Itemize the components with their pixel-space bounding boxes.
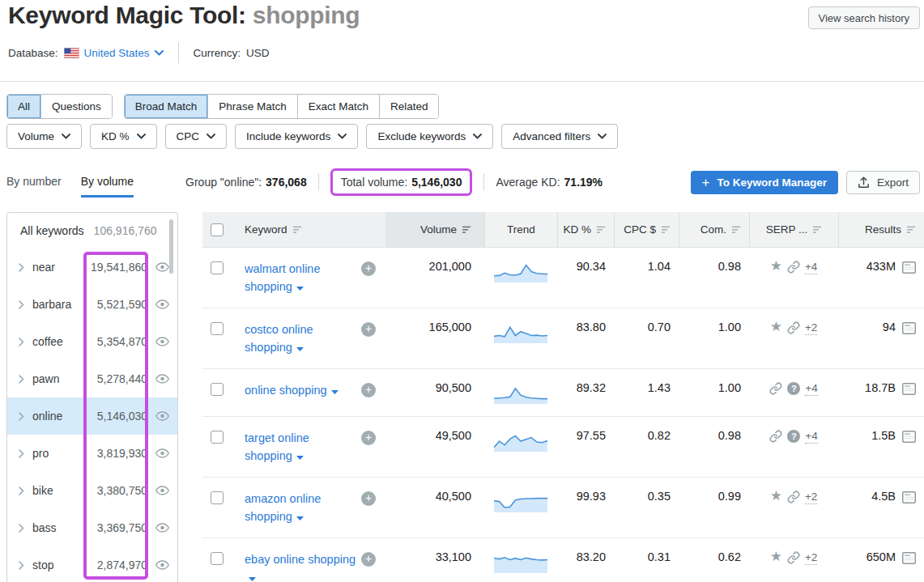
- star-icon[interactable]: ★: [770, 320, 782, 334]
- link-icon[interactable]: [787, 261, 800, 274]
- filter-dropdown[interactable]: Advanced filters: [501, 124, 618, 149]
- serp-source-icon[interactable]: [902, 383, 916, 397]
- to-keyword-manager-label: To Keyword Manager: [717, 176, 827, 189]
- chevron-right-icon[interactable]: [19, 524, 24, 533]
- chevron-right-icon[interactable]: [19, 561, 24, 570]
- star-icon[interactable]: ★: [770, 489, 782, 503]
- chevron-right-icon[interactable]: [19, 486, 24, 495]
- question-icon[interactable]: ?: [787, 430, 800, 443]
- match-type-tab[interactable]: Broad Match: [125, 95, 209, 118]
- chevron-right-icon[interactable]: [19, 300, 24, 309]
- row-checkbox[interactable]: [211, 261, 224, 274]
- row-checkbox[interactable]: [211, 322, 224, 335]
- sidebar-group-item[interactable]: pawn 5,278,440: [7, 360, 177, 397]
- serp-source-icon[interactable]: [902, 552, 916, 567]
- serp-more-link[interactable]: +4: [805, 261, 817, 274]
- sidebar-group-item[interactable]: near 19,541,860: [7, 249, 177, 286]
- match-type-tab[interactable]: Phrase Match: [208, 95, 297, 118]
- sidebar-group-item[interactable]: stop 2,874,970: [7, 546, 177, 582]
- match-type-tab[interactable]: Exact Match: [298, 95, 380, 118]
- serp-more-link[interactable]: +2: [805, 321, 817, 335]
- row-checkbox[interactable]: [211, 491, 224, 504]
- sidebar-group-item[interactable]: bike 3,380,750: [7, 472, 177, 509]
- match-type-tab[interactable]: Questions: [41, 95, 112, 118]
- match-type-tab[interactable]: Related: [380, 95, 439, 118]
- column-header-keyword[interactable]: Keyword: [232, 212, 385, 247]
- eye-icon[interactable]: [155, 448, 169, 458]
- link-icon[interactable]: [787, 321, 800, 334]
- eye-icon[interactable]: [155, 337, 169, 346]
- chevron-right-icon[interactable]: [19, 375, 24, 384]
- link-icon[interactable]: [769, 382, 782, 395]
- all-keywords-item[interactable]: All keywords 106,916,760: [7, 213, 177, 249]
- sidebar-group-item[interactable]: barbara 5,521,590: [7, 286, 177, 323]
- serp-more-link[interactable]: +2: [805, 551, 817, 565]
- serp-more-link[interactable]: +2: [805, 491, 817, 504]
- group-sort-tab[interactable]: By volume: [81, 167, 134, 198]
- serp-source-icon[interactable]: [902, 322, 916, 337]
- sidebar-group-item[interactable]: bass 3,369,750: [7, 509, 177, 546]
- group-volume: 5,354,870: [97, 335, 147, 348]
- serp-source-icon[interactable]: [902, 491, 916, 506]
- row-checkbox[interactable]: [211, 383, 224, 396]
- filter-dropdown[interactable]: Exclude keywords: [366, 124, 493, 149]
- eye-icon[interactable]: [155, 486, 169, 495]
- serp-more-link[interactable]: +4: [805, 430, 817, 444]
- to-keyword-manager-button[interactable]: + To Keyword Manager: [691, 171, 838, 194]
- export-button[interactable]: Export: [846, 171, 920, 194]
- row-checkbox[interactable]: [211, 552, 224, 565]
- filter-dropdown[interactable]: CPC: [165, 124, 228, 149]
- eye-icon[interactable]: [155, 374, 169, 384]
- link-icon[interactable]: [787, 491, 800, 503]
- keyword-link[interactable]: walmart online shopping: [245, 262, 321, 293]
- keyword-link[interactable]: amazon online shopping: [245, 492, 321, 523]
- match-type-tab[interactable]: All: [7, 95, 41, 118]
- star-icon[interactable]: ★: [770, 259, 782, 274]
- sidebar-group-item[interactable]: pro 3,819,930: [7, 435, 177, 472]
- serp-source-icon[interactable]: [902, 261, 916, 276]
- sidebar-scrollbar[interactable]: [169, 219, 173, 274]
- chevron-right-icon[interactable]: [19, 412, 24, 421]
- chevron-right-icon[interactable]: [19, 263, 24, 272]
- sidebar-group-item[interactable]: online 5,146,030: [7, 397, 177, 435]
- chevron-right-icon[interactable]: [19, 338, 24, 346]
- link-icon[interactable]: [769, 430, 782, 443]
- add-keyword-icon[interactable]: +: [361, 552, 376, 567]
- eye-icon[interactable]: [155, 262, 169, 272]
- filter-dropdown[interactable]: Volume: [6, 124, 82, 149]
- eye-icon[interactable]: [155, 411, 169, 421]
- star-icon[interactable]: ★: [770, 550, 782, 564]
- add-keyword-icon[interactable]: +: [361, 261, 376, 276]
- eye-icon[interactable]: [155, 299, 169, 309]
- filter-dropdown[interactable]: Include keywords: [235, 124, 358, 149]
- column-header-serp[interactable]: SERP ...: [749, 212, 838, 247]
- column-header-results[interactable]: Results: [838, 212, 924, 247]
- keyword-link[interactable]: ebay online shopping: [245, 553, 356, 582]
- group-sort-tab[interactable]: By number: [6, 167, 62, 198]
- row-checkbox[interactable]: [211, 431, 224, 444]
- view-search-history-button[interactable]: View search history: [808, 6, 920, 29]
- database-selector[interactable]: United States: [64, 47, 164, 59]
- add-keyword-icon[interactable]: +: [361, 431, 376, 445]
- add-keyword-icon[interactable]: +: [361, 383, 376, 397]
- column-header-trend[interactable]: Trend: [484, 212, 557, 247]
- chevron-right-icon[interactable]: [19, 449, 24, 458]
- keyword-link[interactable]: target online shopping: [245, 431, 309, 462]
- keyword-link[interactable]: online shopping: [245, 384, 339, 397]
- keyword-link[interactable]: costco online shopping: [245, 323, 313, 354]
- column-header-kd[interactable]: KD %: [557, 212, 614, 247]
- link-icon[interactable]: [787, 551, 800, 564]
- select-all-checkbox[interactable]: [211, 223, 224, 236]
- eye-icon[interactable]: [155, 560, 169, 570]
- serp-more-link[interactable]: +4: [805, 382, 817, 396]
- filter-dropdown[interactable]: KD %: [90, 124, 157, 149]
- serp-source-icon[interactable]: [902, 431, 916, 445]
- sidebar-group-item[interactable]: coffee 5,354,870: [7, 323, 177, 360]
- add-keyword-icon[interactable]: +: [361, 491, 376, 506]
- column-header-volume[interactable]: Volume: [385, 212, 484, 247]
- eye-icon[interactable]: [155, 523, 169, 533]
- column-header-com[interactable]: Com.: [679, 212, 749, 247]
- question-icon[interactable]: ?: [787, 382, 800, 395]
- add-keyword-icon[interactable]: +: [361, 322, 376, 337]
- column-header-cpc[interactable]: CPC $: [614, 212, 679, 247]
